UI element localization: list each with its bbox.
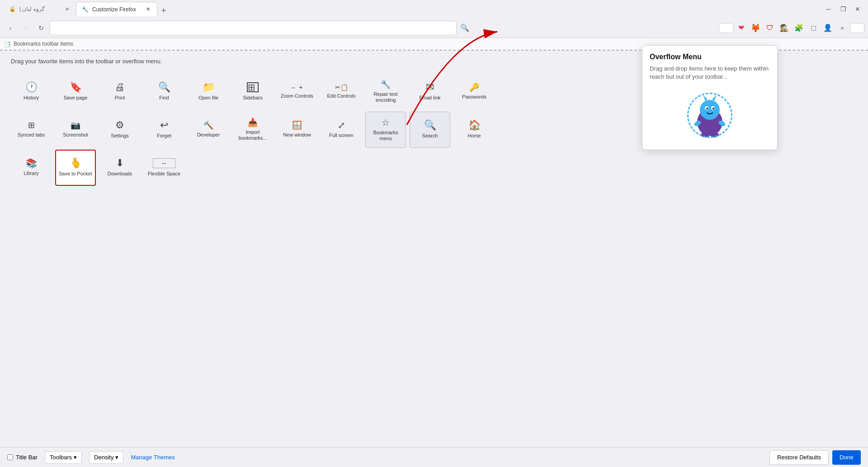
zoom-controls-icon: — +	[291, 84, 302, 90]
bookmarks-menu-icon: ☆	[382, 118, 390, 127]
item-forget-label: Forget	[157, 133, 171, 139]
home-icon: 🏠	[468, 120, 481, 130]
library-icon: 📚	[26, 159, 37, 168]
item-print-label: Print	[115, 95, 125, 101]
addon-area-right	[850, 23, 864, 33]
item-save-to-pocket[interactable]: 🫰 Save to Pocket	[55, 150, 96, 186]
edit-controls-icon: ✂📋	[335, 84, 348, 90]
toolbars-dropdown[interactable]: Toolbars ▾	[45, 451, 82, 464]
item-full-screen[interactable]: ⤢ Full screen	[321, 112, 362, 148]
shield-icon[interactable]: 🛡	[763, 21, 777, 35]
account-icon[interactable]: 👤	[821, 21, 835, 35]
url-bar[interactable]	[50, 21, 457, 35]
item-zoom-controls[interactable]: — + Zoom Controls	[277, 74, 317, 110]
settings-icon: ⚙	[115, 120, 124, 130]
flexible-space-icon: ↔	[153, 158, 175, 168]
search-icon: 🔍	[424, 120, 436, 130]
item-history-label: History	[24, 95, 39, 101]
item-screenshot[interactable]: 📷 Screenshot	[55, 112, 96, 148]
find-icon: 🔍	[158, 82, 170, 92]
bottom-right-actions: Restore Defaults Done	[769, 450, 861, 465]
item-repair-text[interactable]: 🔧 Repair text encoding	[365, 74, 406, 110]
tab-1-close[interactable]: ✕	[63, 5, 71, 13]
item-passwords[interactable]: 🔑 Passwords	[454, 74, 495, 110]
item-new-window[interactable]: 🪟 New window	[277, 112, 317, 148]
item-synced-tabs-label: Synced tabs	[18, 132, 45, 138]
item-import-bookmarks[interactable]: 📥 Import bookmarks...	[232, 112, 273, 148]
title-bar: 🔒 گروه لیان | ✕ 🔧 Customize Firefox ✕ ＋ …	[0, 0, 868, 18]
title-bar-checkbox[interactable]	[7, 454, 13, 460]
minimize-button[interactable]: ─	[822, 2, 835, 16]
item-developer[interactable]: 🔨 Developer	[188, 112, 229, 148]
item-flexible-space-label: Flexible Space	[148, 171, 180, 177]
item-library[interactable]: 📚 Library	[11, 150, 52, 186]
item-edit-controls[interactable]: ✂📋 Edit Controls	[321, 74, 362, 110]
item-print[interactable]: 🖨 Print	[99, 74, 140, 110]
item-home[interactable]: 🏠 Home	[454, 112, 495, 148]
item-edit-controls-label: Edit Controls	[327, 93, 356, 99]
item-open-file-label: Open file	[198, 95, 218, 101]
tab-2-title: Customize Firefox	[92, 6, 136, 13]
manage-themes-link[interactable]: Manage Themes	[131, 454, 175, 461]
new-tab-button[interactable]: ＋	[157, 4, 170, 16]
toolbar-icons: ❤ 🦊 🛡 🕵 🧩 ◻ 👤 »	[719, 21, 864, 35]
item-full-screen-label: Full screen	[329, 132, 354, 138]
item-new-window-label: New window	[283, 132, 311, 138]
restore-defaults-button[interactable]: Restore Defaults	[769, 450, 829, 465]
sidebars-icon: ⊞	[247, 82, 259, 92]
item-downloads[interactable]: ⬇ Downloads	[99, 150, 140, 186]
item-forget[interactable]: ↩ Forget	[144, 112, 184, 148]
item-bookmarks-menu[interactable]: ☆ Bookmarks menu	[365, 112, 406, 148]
tab-1[interactable]: 🔒 گروه لیان | ✕	[4, 2, 76, 16]
forget-icon: ↩	[160, 120, 168, 130]
item-open-file[interactable]: 📁 Open file	[188, 74, 229, 110]
item-synced-tabs[interactable]: ⊞ Synced tabs	[11, 112, 52, 148]
nav-search-icon[interactable]: 🔍	[458, 22, 471, 34]
tab-1-title: گروه لیان |	[19, 6, 45, 12]
item-save-page-label: Save page	[64, 95, 88, 101]
item-search-label: Search	[422, 133, 438, 139]
extensions-icon[interactable]: 🧩	[792, 21, 806, 35]
tab-2[interactable]: 🔧 Customize Firefox ✕	[76, 2, 157, 16]
print-icon: 🖨	[115, 82, 125, 92]
item-sidebars[interactable]: ⊞ Sidebars	[232, 74, 273, 110]
synced-tabs-icon: ⊞	[28, 121, 35, 129]
tabs-container: 🔒 گروه لیان | ✕ 🔧 Customize Firefox ✕ ＋	[4, 2, 822, 16]
back-button[interactable]: ‹	[4, 21, 17, 35]
forward-button[interactable]: ›	[19, 21, 33, 35]
density-dropdown[interactable]: Density ▾	[89, 451, 123, 464]
passwords-icon: 🔑	[469, 83, 479, 91]
bottom-bar: Title Bar Toolbars ▾ Density ▾ Manage Th…	[0, 447, 868, 467]
import-bookmarks-icon: 📥	[248, 118, 258, 127]
new-window-icon: 🪟	[292, 121, 302, 129]
tab-2-close[interactable]: ✕	[144, 6, 151, 13]
item-email-link[interactable]: ✉ Email link	[410, 74, 450, 110]
close-button[interactable]: ✕	[851, 2, 864, 16]
item-flexible-space[interactable]: ↔ Flexible Space	[144, 150, 184, 186]
title-bar-checkbox-label[interactable]: Title Bar	[7, 454, 38, 461]
toolbars-label: Toolbars	[50, 454, 72, 461]
restore-button[interactable]: ❐	[836, 2, 850, 16]
item-library-label: Library	[24, 170, 39, 176]
item-save-page[interactable]: 🔖 Save page	[55, 74, 96, 110]
downloads-icon: ⬇	[116, 158, 124, 168]
overflow-menu-icon[interactable]: »	[835, 21, 849, 35]
item-downloads-label: Downloads	[108, 171, 132, 177]
item-history[interactable]: 🕐 History	[11, 74, 52, 110]
density-label: Density	[94, 454, 113, 461]
done-button[interactable]: Done	[832, 450, 861, 465]
item-search[interactable]: 🔍 Search	[410, 112, 450, 148]
overflow-panel: Overflow Menu Drag and drop items here t…	[642, 45, 778, 150]
screenshot-icon: 📷	[71, 121, 80, 129]
pocket-icon[interactable]: ❤	[734, 21, 748, 35]
item-settings[interactable]: ⚙ Settings	[99, 112, 140, 148]
fxa-avatar-icon[interactable]: 🦊	[749, 21, 762, 35]
item-bookmarks-menu-label: Bookmarks menu	[368, 130, 404, 142]
item-find[interactable]: 🔍 Find	[144, 74, 184, 110]
window-controls: ─ ❐ ✕	[822, 2, 864, 16]
private-icon[interactable]: 🕵	[778, 21, 791, 35]
sync-icon[interactable]: ◻	[807, 21, 820, 35]
item-home-label: Home	[467, 133, 481, 139]
reload-button[interactable]: ↻	[34, 21, 48, 35]
overflow-panel-title: Overflow Menu	[650, 53, 770, 61]
